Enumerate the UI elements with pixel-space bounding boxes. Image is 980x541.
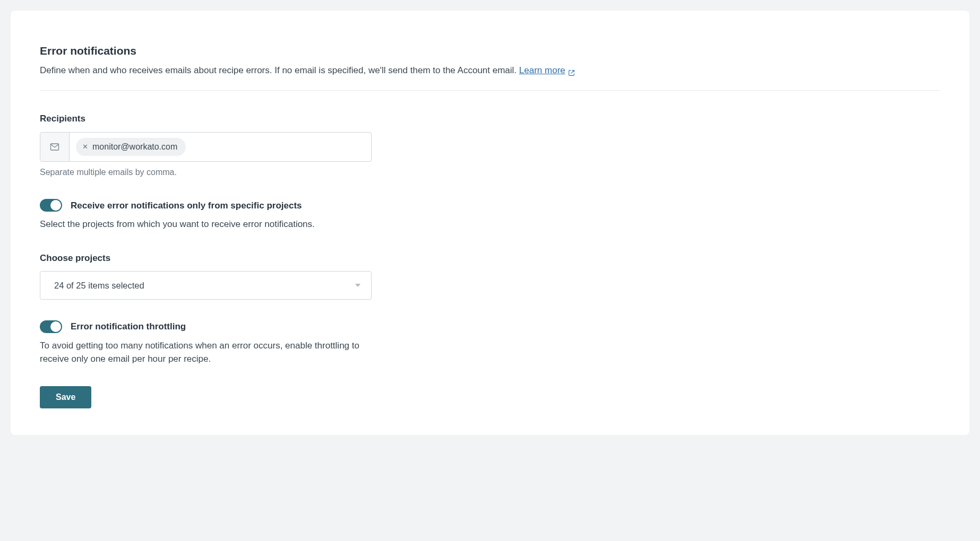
recipients-label: Recipients [40, 112, 940, 126]
recipients-helper: Separate multiple emails by comma. [40, 166, 940, 179]
choose-projects-label: Choose projects [40, 251, 940, 265]
toggle-knob [50, 200, 61, 211]
remove-chip-icon[interactable]: ✕ [82, 143, 88, 150]
choose-projects-selected-text: 24 of 25 items selected [54, 279, 144, 292]
recipients-input[interactable]: ✕ monitor@workato.com [40, 132, 372, 162]
external-link-icon [568, 67, 575, 74]
email-icon [40, 133, 70, 161]
section-title: Error notifications [40, 42, 940, 59]
specific-projects-toggle[interactable] [40, 199, 62, 212]
throttling-toggle[interactable] [40, 320, 62, 333]
throttling-toggle-label: Error notification throttling [71, 320, 186, 334]
specific-projects-description: Select the projects from which you want … [40, 217, 940, 231]
save-button[interactable]: Save [40, 386, 91, 408]
specific-projects-section: Receive error notifications only from sp… [40, 199, 940, 231]
throttling-description: To avoid getting too many notifications … [40, 339, 369, 366]
recipient-chip: ✕ monitor@workato.com [76, 138, 186, 156]
learn-more-link[interactable]: Learn more [519, 64, 575, 77]
toggle-knob [50, 321, 61, 332]
choose-projects-select[interactable]: 24 of 25 items selected [40, 271, 372, 300]
chevron-down-icon [355, 284, 360, 287]
specific-projects-toggle-label: Receive error notifications only from sp… [71, 199, 302, 213]
recipients-chip-area[interactable]: ✕ monitor@workato.com [70, 133, 371, 161]
section-description-text: Define when and who receives emails abou… [40, 65, 519, 75]
settings-card: Error notifications Define when and who … [11, 11, 969, 435]
throttling-section: Error notification throttling To avoid g… [40, 320, 940, 366]
recipient-chip-text: monitor@workato.com [92, 141, 177, 153]
recipients-field: Recipients ✕ monitor@workato.com Separat… [40, 112, 940, 179]
section-description: Define when and who receives emails abou… [40, 64, 940, 77]
choose-projects-field: Choose projects 24 of 25 items selected [40, 251, 940, 300]
divider [40, 90, 940, 91]
learn-more-text: Learn more [519, 64, 565, 77]
